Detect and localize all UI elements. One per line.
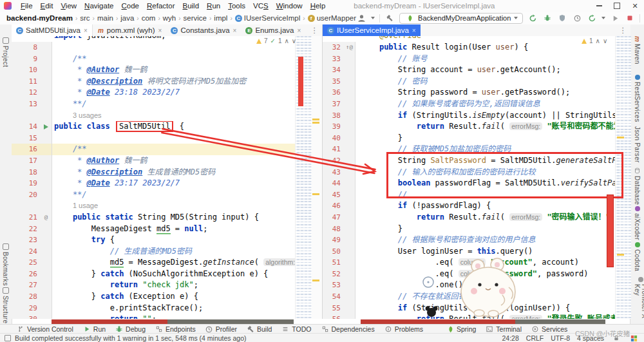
left-hscrollbar-highlight[interactable] [52, 319, 167, 324]
sidebar-item-project[interactable]: Project [2, 37, 9, 67]
run-config-select[interactable]: BackendMyDreamApplication [399, 13, 523, 24]
line-number[interactable]: 49 [323, 234, 344, 246]
line-number[interactable]: 11 [12, 76, 41, 88]
play-icon[interactable] [610, 13, 620, 23]
line-number[interactable]: 14 [12, 121, 41, 133]
caret-position[interactable]: 24:28 [502, 334, 519, 342]
sidebar-item-key-promoter-x[interactable]: Key Promoter X [634, 277, 644, 324]
line-number[interactable]: 41 [323, 144, 344, 155]
line-number[interactable]: 53 [323, 280, 344, 291]
sidebar-item-codota[interactable]: Codota [634, 242, 641, 271]
line-number[interactable]: 40 [323, 133, 344, 144]
close-icon[interactable]: × [233, 27, 237, 34]
menu-item-view[interactable]: View [57, 2, 80, 10]
line-number[interactable]: 23 [12, 234, 41, 246]
toolwindow-button-services[interactable]: Services [531, 325, 567, 333]
maximize-button[interactable] [608, 0, 626, 12]
prev-issue-icon[interactable]: ∧ [285, 37, 289, 44]
menu-item-vcs[interactable]: VCS [249, 2, 272, 10]
sidebar-item-maven[interactable]: mMaven [634, 36, 641, 64]
breadcrumb-item-wyh[interactable]: wyh [163, 14, 176, 22]
breadcrumb-item-backend-myDream[interactable]: backend-myDream [6, 14, 73, 22]
line-number[interactable]: 16 [12, 144, 41, 155]
toolwindow-button-problems[interactable]: Problems [384, 325, 423, 333]
left-editor[interactable]: import java.util.Random;89 /**10 * @Auth… [12, 36, 295, 319]
line-number[interactable]: 54 [323, 291, 344, 303]
line-number[interactable]: 42 [323, 155, 344, 167]
right-editor-pane[interactable]: CIUserServiceImpl.java×⋮ @Override32↑@ p… [322, 24, 630, 319]
toolwindow-button-dependencies[interactable]: Dependencies [321, 325, 375, 333]
more-tabs-icon[interactable]: ⋮ [616, 24, 631, 36]
left-error-stripe[interactable] [312, 36, 322, 319]
line-number[interactable]: 24 [12, 246, 41, 258]
indent-setting[interactable]: 4 spaces [577, 334, 604, 342]
line-number[interactable]: 30 [12, 314, 41, 319]
run-gutter-icon[interactable] [44, 124, 48, 129]
sidebar-item-restservices[interactable]: RestServices [634, 75, 641, 122]
close-icon[interactable]: × [84, 27, 88, 34]
line-number[interactable]: 47 [323, 212, 344, 223]
breadcrumb-item-java[interactable]: java [120, 14, 134, 22]
breadcrumb-item-com[interactable]: com [142, 14, 156, 22]
toolwindow-button-run[interactable]: Run [83, 325, 106, 333]
menu-item-code[interactable]: Code [118, 2, 144, 10]
prev-issue-icon[interactable]: ∧ [596, 37, 600, 44]
left-hscrollbar[interactable] [167, 319, 294, 324]
line-number[interactable]: 28 [12, 291, 41, 303]
breadcrumb-item-impl[interactable]: impl [214, 14, 227, 22]
toolwindow-toggle-icon[interactable] [5, 335, 11, 341]
line-separator[interactable]: CRLF [526, 334, 544, 342]
toolwindow-button-profiler[interactable]: Profiler [205, 325, 237, 333]
left-minimap[interactable] [295, 36, 312, 319]
menu-item-window[interactable]: Window [272, 2, 307, 10]
line-number[interactable]: 35 [323, 76, 344, 88]
line-number[interactable]: 13 [12, 99, 41, 110]
line-number[interactable]: 9 [12, 53, 41, 65]
right-editor[interactable]: @Override32↑@ public Result login(User u… [323, 36, 615, 319]
breadcrumb-item-userMapper[interactable]: fuserMapper [308, 14, 356, 22]
menu-item-file[interactable]: File [17, 2, 37, 10]
line-number[interactable]: 8 [12, 42, 41, 53]
close-icon[interactable]: × [297, 27, 301, 34]
tab-pom-xml-wyh-[interactable]: mpom.xml (wyh)× [93, 24, 167, 36]
line-number[interactable]: 19 [12, 178, 41, 189]
restart-services-icon[interactable] [587, 13, 597, 23]
line-number[interactable]: 18 [12, 167, 41, 178]
minimize-button[interactable] [590, 0, 608, 12]
sidebar-item-database[interactable]: Database [634, 167, 641, 205]
line-number[interactable]: 37 [323, 99, 344, 110]
line-number[interactable]: 52 [323, 269, 344, 280]
sidebar-item-json-parser[interactable]: Json Parser [634, 126, 641, 163]
line-number[interactable]: 39 [323, 121, 344, 133]
tab-Enums-java[interactable]: EEnums.java× [241, 24, 305, 36]
profiler-icon[interactable] [572, 13, 582, 23]
line-number[interactable]: 17 [12, 155, 41, 167]
line-number[interactable]: 50 [323, 246, 344, 258]
tab-IUserServiceImpl-java[interactable]: CIUserServiceImpl.java× [323, 24, 421, 36]
line-number[interactable]: 25 [12, 257, 41, 269]
toolwindow-button-version-control[interactable]: Version Control [17, 325, 73, 333]
close-icon[interactable]: × [158, 27, 162, 34]
line-number[interactable]: 21 [12, 212, 41, 223]
stop-icon[interactable] [625, 13, 635, 23]
more-tabs-icon[interactable]: ⋮ [307, 24, 323, 36]
breadcrumb-item-IUserServiceImpl[interactable]: CIUserServiceImpl [235, 14, 301, 22]
toolwindow-button-build[interactable]: Build [247, 325, 272, 333]
line-number[interactable]: 20 [12, 189, 41, 201]
line-number[interactable]: 10 [12, 64, 41, 76]
line-number[interactable]: 48 [323, 223, 344, 235]
left-inspections-widget[interactable]: 7 ✓ 1 ∧ ∨ [256, 37, 296, 44]
menu-item-build[interactable]: Build [179, 2, 204, 10]
line-number[interactable]: 44 [323, 178, 344, 189]
line-number[interactable]: 46 [323, 200, 344, 212]
line-number[interactable]: 22 [12, 223, 41, 235]
line-number[interactable]: 34 [323, 64, 344, 76]
line-number[interactable]: 45 [323, 189, 344, 201]
toolwindow-button-endpoints[interactable]: Endpoints [155, 325, 196, 333]
menu-item-navigate[interactable]: Navigate [80, 2, 117, 10]
debug-icon[interactable] [542, 13, 553, 23]
usages-inlay-hint[interactable]: 1 usage [73, 202, 98, 209]
left-editor-pane[interactable]: CSaltMD5Util.java×mpom.xml (wyh)×CConsta… [12, 24, 322, 319]
next-issue-icon[interactable]: ∨ [603, 37, 607, 44]
line-number[interactable]: 56 [323, 314, 344, 319]
